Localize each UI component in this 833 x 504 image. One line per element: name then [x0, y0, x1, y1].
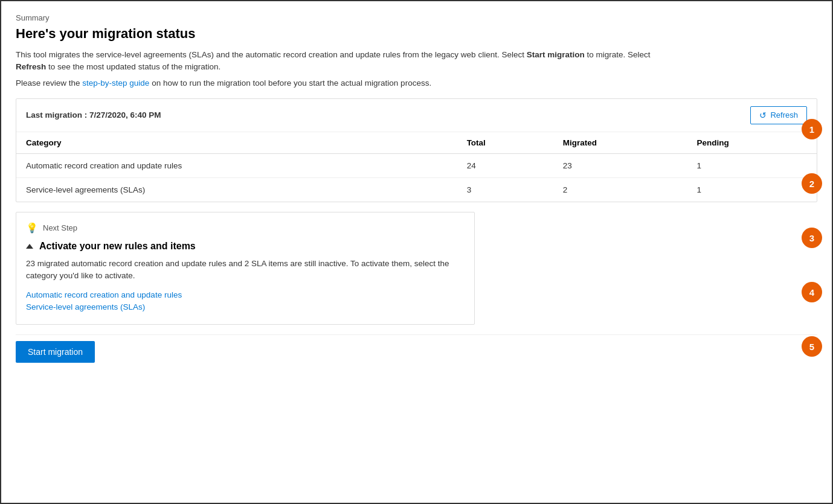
cell-migrated: 23	[553, 153, 687, 177]
desc-part2: to migrate. Select	[585, 50, 651, 59]
refresh-button[interactable]: ↺ Refresh	[750, 106, 807, 124]
migration-header: Last migration : 7/27/2020, 6:40 PM ↺ Re…	[16, 99, 817, 132]
last-migration-label: Last migration : 7/27/2020, 6:40 PM	[26, 110, 161, 120]
sla-link[interactable]: Service-level agreements (SLAs)	[26, 302, 465, 311]
page-title: Here's your migration status	[16, 26, 817, 42]
desc-bold2: Refresh	[16, 62, 46, 71]
col-header-pending: Pending	[687, 132, 817, 154]
summary-label: Summary	[16, 13, 817, 22]
next-step-card: 💡 Next Step Activate your new rules and …	[16, 212, 475, 325]
step-by-step-guide-link[interactable]: step-by-step guide	[82, 78, 149, 88]
migration-card: Last migration : 7/27/2020, 6:40 PM ↺ Re…	[16, 98, 817, 202]
guide-prefix: Please review the	[16, 78, 82, 88]
table-row: Automatic record creation and update rul…	[16, 153, 817, 177]
cell-category: Service-level agreements (SLAs)	[16, 177, 457, 202]
cell-total: 3	[457, 177, 553, 202]
activate-title-text: Activate your new rules and items	[39, 241, 196, 252]
bulb-icon: 💡	[26, 222, 38, 234]
migration-table-container: Category Total Migrated Pending Automati…	[16, 132, 817, 202]
table-header-row: Category Total Migrated Pending	[16, 132, 817, 154]
cell-pending: 1	[687, 177, 817, 202]
cell-category: Automatic record creation and update rul…	[16, 153, 457, 177]
col-header-migrated: Migrated	[553, 132, 687, 154]
desc-bold1: Start migration	[527, 50, 585, 59]
next-step-label: Next Step	[43, 223, 77, 232]
guide-suffix: on how to run the migration tool before …	[149, 78, 431, 88]
activate-section-title: Activate your new rules and items	[26, 241, 465, 252]
cell-total: 24	[457, 153, 553, 177]
table-row: Service-level agreements (SLAs)321	[16, 177, 817, 202]
desc-part1: This tool migrates the service-level agr…	[16, 50, 527, 59]
start-migration-button[interactable]: Start migration	[16, 341, 95, 363]
refresh-icon: ↺	[759, 110, 767, 120]
arc-link[interactable]: Automatic record creation and update rul…	[26, 290, 465, 299]
chevron-up-icon	[26, 244, 33, 249]
activate-description: 23 migrated automatic record creation an…	[26, 258, 465, 282]
guide-text: Please review the step-by-step guide on …	[16, 78, 817, 88]
cell-pending: 1	[687, 153, 817, 177]
desc-part3: to see the most updated status of the mi…	[46, 62, 220, 71]
refresh-label: Refresh	[770, 110, 798, 120]
next-step-header: 💡 Next Step	[26, 222, 465, 234]
table-body: Automatic record creation and update rul…	[16, 153, 817, 202]
migration-table: Category Total Migrated Pending Automati…	[16, 132, 817, 202]
col-header-category: Category	[16, 132, 457, 154]
col-header-total: Total	[457, 132, 553, 154]
bottom-bar: Start migration	[16, 334, 817, 363]
cell-migrated: 2	[553, 177, 687, 202]
description-text: This tool migrates the service-level agr…	[16, 49, 680, 74]
